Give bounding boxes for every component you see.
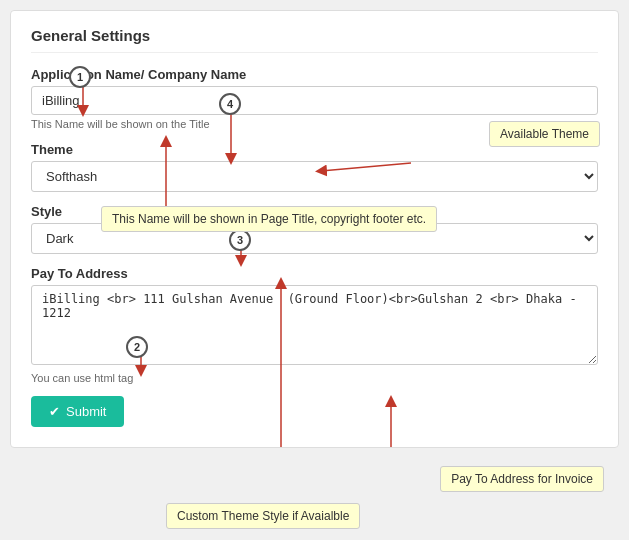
app-name-label: Application Name/ Company Name (31, 67, 598, 82)
tooltip-custom-style: Custom Theme Style if Avaialble (166, 503, 360, 529)
style-group: Style Dark (31, 204, 598, 254)
style-select[interactable]: Dark (31, 223, 598, 254)
submit-label: Submit (66, 404, 106, 419)
theme-label: Theme (31, 142, 598, 157)
app-name-hint: This Name will be shown on the Title (31, 118, 598, 130)
pay-to-textarea[interactable]: iBilling <br> 111 Gulshan Avenue (Ground… (31, 285, 598, 365)
general-settings-panel: General Settings Application Name/ Compa… (10, 10, 619, 448)
theme-group: Theme Softhash (31, 142, 598, 192)
pay-to-group: Pay To Address iBilling <br> 111 Gulshan… (31, 266, 598, 384)
app-name-group: Application Name/ Company Name This Name… (31, 67, 598, 130)
check-icon: ✔ (49, 404, 60, 419)
pay-to-hint: You can use html tag (31, 372, 598, 384)
tooltip-pay-to: Pay To Address for Invoice (440, 466, 604, 492)
style-label: Style (31, 204, 598, 219)
app-name-input[interactable] (31, 86, 598, 115)
theme-select[interactable]: Softhash (31, 161, 598, 192)
pay-to-label: Pay To Address (31, 266, 598, 281)
submit-button[interactable]: ✔ Submit (31, 396, 124, 427)
panel-title: General Settings (31, 27, 598, 53)
